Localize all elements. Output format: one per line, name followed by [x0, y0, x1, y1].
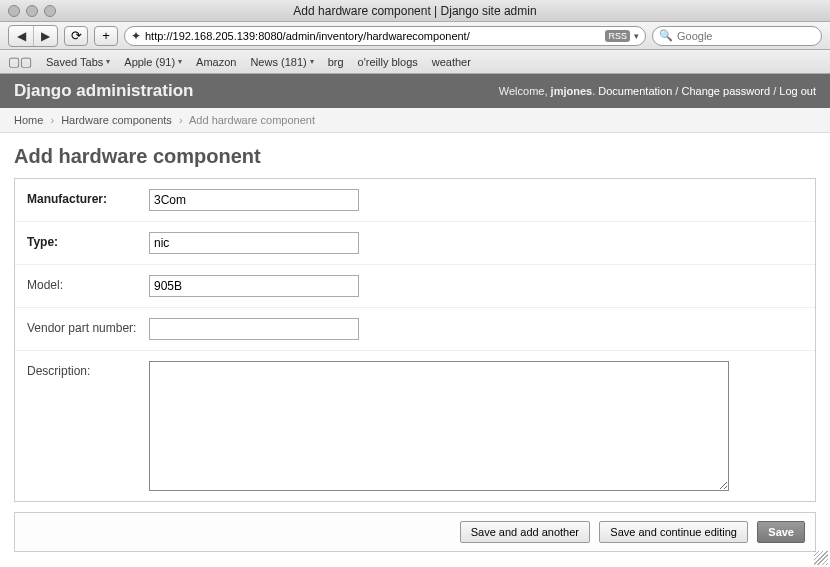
django-header: Django administration Welcome, jmjones. … [0, 74, 830, 108]
documentation-link[interactable]: Documentation [598, 85, 672, 97]
row-vendor-part: Vendor part number: [15, 308, 815, 351]
bookmark-label: weather [432, 56, 471, 68]
url-input[interactable] [145, 30, 601, 42]
bookmark-apple[interactable]: Apple (91)▾ [124, 56, 182, 68]
breadcrumb-home[interactable]: Home [14, 114, 43, 126]
browser-toolbar: ◀ ▶ ⟳ + ✦ RSS ▾ 🔍 [0, 22, 830, 50]
page-title: Add hardware component [14, 145, 816, 168]
site-title: Django administration [14, 81, 193, 101]
bookmark-saved-tabs[interactable]: Saved Tabs▾ [46, 56, 110, 68]
breadcrumb-sep: › [179, 114, 183, 126]
label-manufacturer: Manufacturer: [27, 189, 137, 206]
input-description[interactable] [149, 361, 729, 491]
save-button[interactable] [757, 521, 805, 543]
window-title: Add hardware component | Django site adm… [8, 4, 822, 18]
input-model[interactable] [149, 275, 359, 297]
url-history-icon[interactable]: ▾ [634, 31, 639, 41]
row-model: Model: [15, 265, 815, 308]
forward-button[interactable]: ▶ [33, 26, 57, 46]
chevron-down-icon: ▾ [106, 57, 110, 66]
chevron-down-icon: ▾ [178, 57, 182, 66]
submit-row [14, 512, 816, 552]
minimize-icon[interactable] [26, 5, 38, 17]
form-module: Manufacturer: Type: Model: Vendor part n… [14, 178, 816, 502]
breadcrumb: Home › Hardware components › Add hardwar… [0, 108, 830, 133]
search-icon: 🔍 [659, 29, 673, 42]
zoom-icon[interactable] [44, 5, 56, 17]
bookmark-label: Amazon [196, 56, 236, 68]
label-vendor-part: Vendor part number: [27, 318, 137, 335]
input-vendor-part[interactable] [149, 318, 359, 340]
chevron-down-icon: ▾ [310, 57, 314, 66]
welcome-text: Welcome, [499, 85, 551, 97]
add-bookmark-button[interactable]: + [94, 26, 118, 46]
bookmark-oreilly[interactable]: o'reilly blogs [358, 56, 418, 68]
rss-badge[interactable]: RSS [605, 30, 630, 42]
label-description: Description: [27, 361, 137, 378]
user-links: Welcome, jmjones. Documentation / Change… [499, 85, 816, 97]
nav-buttons: ◀ ▶ [8, 25, 58, 47]
traffic-lights [8, 5, 56, 17]
bookmark-brg[interactable]: brg [328, 56, 344, 68]
label-type: Type: [27, 232, 137, 249]
bookmarks-menu-icon[interactable]: ▢▢ [8, 54, 32, 69]
bookmark-label: brg [328, 56, 344, 68]
username: jmjones [551, 85, 593, 97]
bookmark-weather[interactable]: weather [432, 56, 471, 68]
save-add-another-button[interactable] [460, 521, 590, 543]
bookmarks-bar: ▢▢ Saved Tabs▾ Apple (91)▾ Amazon News (… [0, 50, 830, 74]
window-resize-handle[interactable] [814, 551, 828, 565]
bookmark-news[interactable]: News (181)▾ [250, 56, 313, 68]
label-model: Model: [27, 275, 137, 292]
breadcrumb-sep: › [50, 114, 54, 126]
bookmark-label: News (181) [250, 56, 306, 68]
content-area: Add hardware component Manufacturer: Typ… [0, 133, 830, 564]
bookmark-label: Apple (91) [124, 56, 175, 68]
row-manufacturer: Manufacturer: [15, 179, 815, 222]
reload-button[interactable]: ⟳ [64, 26, 88, 46]
input-manufacturer[interactable] [149, 189, 359, 211]
breadcrumb-current: Add hardware component [189, 114, 315, 126]
search-input[interactable] [677, 30, 815, 42]
input-type[interactable] [149, 232, 359, 254]
row-type: Type: [15, 222, 815, 265]
close-icon[interactable] [8, 5, 20, 17]
search-bar[interactable]: 🔍 [652, 26, 822, 46]
bookmark-label: Saved Tabs [46, 56, 103, 68]
url-bar[interactable]: ✦ RSS ▾ [124, 26, 646, 46]
logout-link[interactable]: Log out [779, 85, 816, 97]
row-description: Description: [15, 351, 815, 501]
bookmark-amazon[interactable]: Amazon [196, 56, 236, 68]
bookmark-label: o'reilly blogs [358, 56, 418, 68]
site-icon: ✦ [131, 29, 141, 43]
save-continue-button[interactable] [599, 521, 748, 543]
window-titlebar: Add hardware component | Django site adm… [0, 0, 830, 22]
breadcrumb-hardware-components[interactable]: Hardware components [61, 114, 172, 126]
change-password-link[interactable]: Change password [681, 85, 770, 97]
back-button[interactable]: ◀ [9, 26, 33, 46]
